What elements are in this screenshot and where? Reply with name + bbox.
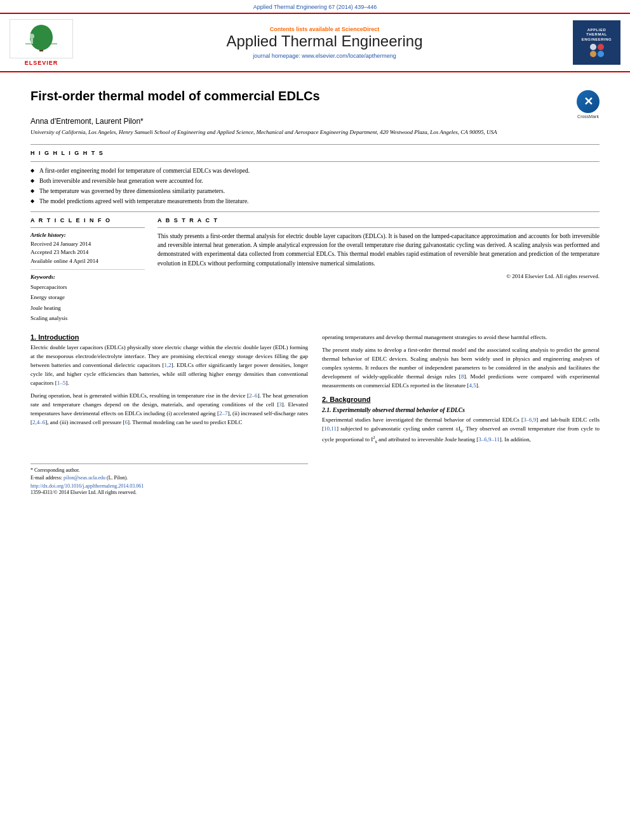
crossmark-badge: ✕ CrossMark	[577, 90, 600, 113]
keywords-list: Supercapacitors Energy storage Joule hea…	[30, 282, 145, 323]
journal-info-center: Contents lists available at ScienceDirec…	[81, 26, 568, 59]
section1-title: 1. Introduction	[30, 333, 308, 341]
highlight-item-3: The temperature was governed by three di…	[30, 187, 600, 196]
logo-circle-4	[598, 51, 604, 57]
highlights-section: H I G H L I G H T S A first-order engine…	[30, 150, 600, 206]
article-info-col: A R T I C L E I N F O Article history: R…	[30, 217, 145, 323]
authors: Anna d'Entremont, Laurent Pilon*	[30, 117, 600, 126]
doi-link: http://dx.doi.org/10.1016/j.applthermale…	[30, 483, 308, 489]
accepted-date: Accepted 23 March 2014	[30, 248, 145, 257]
crossmark-circle: ✕	[577, 90, 600, 113]
logo-circle-1	[590, 44, 596, 50]
body-content: 1. Introduction Electric double layer ca…	[30, 333, 600, 495]
elsevier-tree-icon	[19, 25, 64, 53]
section1-right-para1: operating temperatures and develop therm…	[322, 333, 600, 342]
journal-header: ELSEVIER Contents lists available at Sci…	[0, 14, 630, 72]
journal-logo-box: APPLIEDTHERMALENGINEERING	[573, 20, 620, 65]
keyword-2: Energy storage	[30, 292, 145, 302]
section1-para2: During operation, heat is generated with…	[30, 392, 308, 427]
subsection2-1-title: 2.1. Experimentally observed thermal beh…	[322, 407, 600, 413]
article-history-label: Article history:	[30, 232, 145, 238]
section1-right-para2: The present study aims to develop a firs…	[322, 346, 600, 390]
keyword-4: Scaling analysis	[30, 313, 145, 323]
footer-section: * Corresponding author. E-mail address: …	[30, 463, 308, 495]
svg-rect-4	[30, 39, 33, 44]
highlight-item-4: The model predictions agreed well with t…	[30, 197, 600, 206]
journal-logo-right: APPLIEDTHERMALENGINEERING	[573, 20, 624, 65]
journal-logo-decoration	[590, 44, 604, 57]
logo-circle-2	[598, 44, 604, 50]
email-note: E-mail address: pilon@seas.ucla.edu (L. …	[30, 474, 308, 482]
keywords-label: Keywords:	[30, 274, 145, 280]
info-divider-1	[30, 269, 145, 270]
highlights-label: H I G H L I G H T S	[30, 150, 600, 156]
abstract-copyright: © 2014 Elsevier Ltd. All rights reserved…	[158, 273, 600, 279]
highlights-top-divider	[30, 144, 600, 145]
journal-homepage: journal homepage: www.elsevier.com/locat…	[81, 53, 568, 59]
article-info-divider	[30, 227, 145, 228]
journal-reference: Applied Thermal Engineering 67 (2014) 43…	[253, 4, 377, 10]
email-link[interactable]: pilon@seas.ucla.edu	[64, 475, 105, 481]
logo-circle-3	[590, 51, 596, 57]
received-date: Received 24 January 2014	[30, 240, 145, 249]
abstract-col: A B S T R A C T This study presents a fi…	[158, 217, 600, 323]
main-content: First-order thermal model of commercial …	[0, 72, 630, 504]
section2-title: 2. Background	[322, 396, 600, 403]
doi-anchor[interactable]: http://dx.doi.org/10.1016/j.applthermale…	[30, 483, 144, 489]
article-info-top-divider	[30, 211, 600, 212]
journal-logo-title: APPLIEDTHERMALENGINEERING	[582, 28, 612, 42]
elsevier-logo: ELSEVIER	[6, 19, 76, 66]
elsevier-brand-text: ELSEVIER	[25, 60, 58, 66]
affiliation: University of California, Los Angeles, H…	[30, 128, 600, 137]
section1-para1: Electric double layer capacitors (EDLCs)…	[30, 343, 308, 388]
issn-text: 1359-4311/© 2014 Elsevier Ltd. All right…	[30, 490, 308, 495]
keyword-1: Supercapacitors	[30, 282, 145, 292]
abstract-label: A B S T R A C T	[158, 217, 600, 223]
crossmark-icon: ✕	[584, 95, 593, 109]
highlights-bottom-divider	[30, 161, 600, 162]
body-col-left: 1. Introduction Electric double layer ca…	[30, 333, 308, 495]
article-title-section: First-order thermal model of commercial …	[30, 88, 600, 113]
corresponding-note: * Corresponding author.	[30, 467, 308, 474]
journal-title: Applied Thermal Engineering	[81, 32, 568, 50]
abstract-text: This study presents a first-order therma…	[158, 232, 600, 268]
article-info-label: A R T I C L E I N F O	[30, 217, 145, 223]
sciencedirect-name: ScienceDirect	[342, 26, 380, 32]
subsection2-1-text: Experimental studies have investigated t…	[322, 416, 600, 446]
highlight-item-1: A first-order engineering model for temp…	[30, 167, 600, 175]
highlight-item-2: Both irreversible and reversible heat ge…	[30, 177, 600, 185]
abstract-divider	[158, 227, 600, 228]
svg-point-3	[29, 34, 34, 39]
keyword-3: Joule heating	[30, 303, 145, 313]
journal-reference-bar: Applied Thermal Engineering 67 (2014) 43…	[0, 0, 630, 14]
crossmark-label: CrossMark	[577, 114, 600, 119]
body-col-right: operating temperatures and develop therm…	[322, 333, 600, 495]
elsevier-logo-section: ELSEVIER	[6, 19, 76, 66]
sciencedirect-link: Contents lists available at ScienceDirec…	[81, 26, 568, 32]
article-info-abstract-section: A R T I C L E I N F O Article history: R…	[30, 217, 600, 323]
available-date: Available online 4 April 2014	[30, 257, 145, 266]
article-title: First-order thermal model of commercial …	[30, 88, 570, 104]
